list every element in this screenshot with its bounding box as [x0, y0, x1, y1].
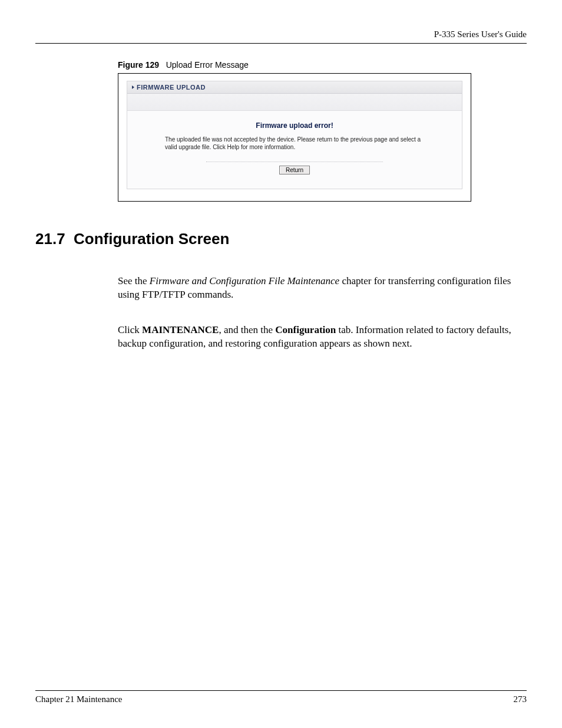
figure-label: Figure 129: [118, 60, 159, 70]
section-number: 21.7: [35, 230, 65, 248]
guide-title: P-335 Series User's Guide: [434, 29, 527, 39]
running-header: P-335 Series User's Guide: [35, 29, 527, 44]
divider: [206, 162, 383, 162]
p2-pre: Click: [118, 324, 142, 335]
panel-body: Firmware upload error! The uploaded file…: [127, 111, 462, 189]
p1-emphasis: Firmware and Configuration File Maintena…: [150, 275, 339, 286]
return-button[interactable]: Return: [279, 166, 310, 174]
paragraph-1: See the Firmware and Configuration File …: [118, 275, 515, 302]
error-message: The uploaded file was not accepted by th…: [165, 136, 424, 151]
footer-chapter: Chapter 21 Maintenance: [35, 694, 122, 704]
chevron-right-icon: [132, 85, 134, 89]
p1-pre: See the: [118, 275, 150, 286]
panel-title-bar: FIRMWARE UPLOAD: [127, 81, 462, 94]
panel-title-text: FIRMWARE UPLOAD: [137, 84, 206, 91]
panel-spacer: [127, 94, 462, 111]
p2-mid: , and then the: [219, 324, 275, 335]
firmware-upload-panel: FIRMWARE UPLOAD Firmware upload error! T…: [127, 81, 462, 189]
figure-caption-text: Upload Error Message: [166, 60, 249, 70]
footer-page-number: 273: [514, 694, 527, 704]
error-heading: Firmware upload error!: [141, 121, 448, 130]
p2-bold2: Configuration: [275, 324, 336, 335]
paragraph-2: Click MAINTENANCE, and then the Configur…: [118, 324, 515, 351]
figure-caption: Figure 129 Upload Error Message: [118, 60, 527, 70]
figure-container: FIRMWARE UPLOAD Firmware upload error! T…: [118, 73, 471, 202]
section-title: Configuration Screen: [74, 230, 229, 248]
p2-bold1: MAINTENANCE: [142, 324, 219, 335]
footer: Chapter 21 Maintenance 273: [35, 690, 527, 704]
section-heading: 21.7 Configuration Screen: [35, 230, 527, 248]
